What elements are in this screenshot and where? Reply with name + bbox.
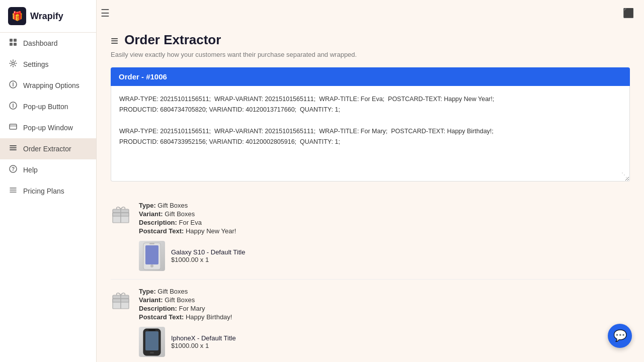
logo-text: Wrapify: [30, 11, 63, 22]
postcard-field: Postcard Text: Happy Birthday!: [139, 313, 630, 321]
popup-button-icon: [8, 102, 18, 112]
dashboard-icon: [8, 38, 18, 48]
svg-rect-9: [10, 124, 17, 129]
svg-rect-26: [149, 243, 154, 244]
description-label: Description:: [139, 305, 177, 312]
sidebar-item-label: Pop-up Window: [23, 124, 73, 132]
variant-label: Variant:: [139, 296, 163, 304]
sidebar-item-label: Settings: [23, 60, 49, 68]
product-info: IphoneX - Default Title $1000.00 x 1: [171, 334, 236, 349]
description-value: For Mary: [179, 305, 205, 312]
description-value: For Eva: [179, 219, 202, 226]
order-item-details: Type: Gift Boxes Variant: Gift Boxes Des…: [139, 288, 630, 357]
product-info: Galaxy S10 - Default Title $1000.00 x 1: [171, 248, 245, 263]
sidebar-item-popup-button[interactable]: Pop-up Button: [0, 96, 96, 117]
postcard-value: Happy Birthday!: [186, 313, 232, 321]
svg-rect-35: [148, 329, 155, 331]
page-header: ≡ Order Extractor: [111, 32, 630, 49]
order-item: Type: Gift Boxes Variant: Gift Boxes Des…: [111, 194, 630, 280]
svg-rect-25: [145, 245, 158, 264]
sidebar-item-pricing-plans[interactable]: Pricing Plans: [0, 180, 96, 202]
type-field: Type: Gift Boxes: [139, 202, 630, 209]
sidebar-item-label: Pricing Plans: [23, 187, 64, 195]
page-title: Order Extractor: [124, 32, 221, 48]
sidebar-item-popup-window[interactable]: Pop-up Window: [0, 117, 96, 138]
wrapping-options-icon: [8, 80, 18, 90]
variant-field: Variant: Gift Boxes: [139, 210, 630, 218]
sidebar-item-dashboard[interactable]: Dashboard: [0, 33, 96, 54]
sidebar-item-order-extractor[interactable]: Order Extractor: [0, 138, 96, 159]
main-content: ☰ ⬛ ≡ Order Extractor Easily view exactl…: [97, 0, 644, 362]
product-row: IphoneX - Default Title $1000.00 x 1: [139, 327, 630, 357]
svg-point-27: [150, 264, 153, 267]
sidebar: 🎁 Wrapify Dashboard Settings Wrapping Op…: [0, 0, 97, 362]
sidebar-item-label: Help: [23, 166, 38, 174]
svg-rect-3: [14, 43, 17, 46]
order-extractor-icon: [8, 144, 18, 154]
postcard-label: Postcard Text:: [139, 227, 184, 235]
type-field: Type: Gift Boxes: [139, 288, 630, 295]
sidebar-item-settings[interactable]: Settings: [0, 54, 96, 75]
popup-window-icon: [8, 123, 18, 133]
topbar: ☰ ⬛: [97, 0, 644, 26]
svg-point-4: [12, 62, 15, 65]
gift-box-icon: [111, 204, 131, 271]
sidebar-item-help[interactable]: ? Help: [0, 159, 96, 180]
variant-value: Gift Boxes: [165, 296, 195, 304]
svg-rect-0: [10, 39, 13, 42]
type-value: Gift Boxes: [157, 202, 188, 209]
sidebar-logo[interactable]: 🎁 Wrapify: [0, 0, 96, 33]
chat-icon: 💬: [613, 329, 627, 342]
product-name: Galaxy S10 - Default Title: [171, 248, 245, 256]
order-banner: Order - #1006: [111, 67, 630, 86]
hamburger-icon[interactable]: ☰: [97, 5, 114, 21]
product-thumbnail: [139, 327, 165, 357]
svg-rect-36: [150, 352, 154, 353]
postcard-label: Postcard Text:: [139, 313, 184, 321]
description-label: Description:: [139, 219, 177, 226]
description-field: Description: For Mary: [139, 305, 630, 312]
sidebar-item-label: Wrapping Options: [23, 81, 79, 89]
variant-value: Gift Boxes: [165, 210, 195, 218]
svg-text:?: ?: [12, 166, 15, 172]
postcard-value: Happy New Year!: [186, 227, 236, 235]
sidebar-item-label: Dashboard: [23, 39, 58, 47]
logo-icon: 🎁: [8, 7, 26, 25]
type-value: Gift Boxes: [157, 288, 188, 295]
topbar-right: ⬛: [621, 6, 636, 21]
exit-icon[interactable]: ⬛: [621, 6, 636, 21]
gift-box-icon: [111, 290, 131, 357]
raw-data-box: ⋱: [111, 86, 630, 182]
sidebar-item-label: Pop-up Button: [23, 103, 68, 111]
product-name: IphoneX - Default Title: [171, 334, 236, 342]
order-item: Type: Gift Boxes Variant: Gift Boxes Des…: [111, 280, 630, 362]
chat-bubble[interactable]: 💬: [608, 324, 632, 348]
resize-handle: ⋱: [621, 170, 627, 180]
type-label: Type:: [139, 202, 156, 209]
page-subtitle: Easily view exactly how your customers w…: [111, 51, 630, 58]
variant-field: Variant: Gift Boxes: [139, 296, 630, 304]
variant-label: Variant:: [139, 210, 163, 218]
product-price: $1000.00 x 1: [171, 256, 245, 263]
product-price: $1000.00 x 1: [171, 342, 236, 349]
sidebar-item-label: Order Extractor: [23, 145, 71, 153]
help-icon: ?: [8, 165, 18, 175]
product-thumbnail: [139, 241, 165, 271]
page-header-icon: ≡: [111, 33, 118, 49]
product-row: Galaxy S10 - Default Title $1000.00 x 1: [139, 241, 630, 271]
order-items-container: Type: Gift Boxes Variant: Gift Boxes Des…: [111, 194, 630, 362]
description-field: Description: For Eva: [139, 219, 630, 226]
settings-icon: [8, 59, 18, 69]
sidebar-item-wrapping-options[interactable]: Wrapping Options: [0, 75, 96, 96]
pricing-plans-icon: [8, 186, 18, 196]
svg-rect-2: [10, 43, 13, 46]
raw-data-textarea[interactable]: [119, 94, 621, 169]
svg-rect-34: [145, 331, 158, 350]
order-item-details: Type: Gift Boxes Variant: Gift Boxes Des…: [139, 202, 630, 271]
svg-rect-1: [14, 39, 17, 42]
nav-items: Dashboard Settings Wrapping Options Pop-…: [0, 33, 96, 202]
postcard-field: Postcard Text: Happy New Year!: [139, 227, 630, 235]
type-label: Type:: [139, 288, 156, 295]
